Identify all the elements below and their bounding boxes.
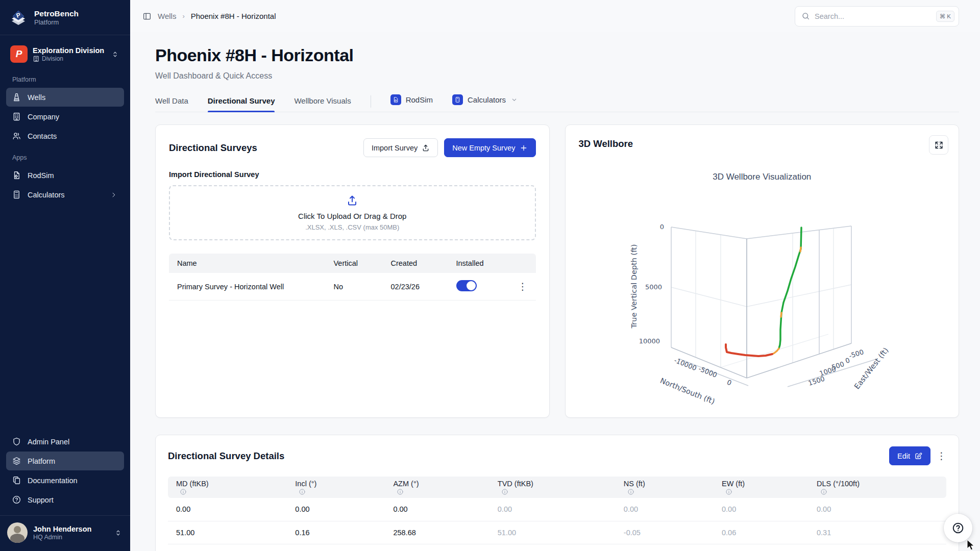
tab-calculators[interactable]: Calculators: [452, 94, 518, 112]
building-icon: [12, 112, 21, 121]
details-body: 0.000.000.000.000.000.000.0051.000.16258…: [168, 498, 946, 551]
tab-well-data[interactable]: Well Data: [155, 96, 188, 112]
details-cell: -0.23: [714, 544, 808, 551]
brand: P PetroBench Platform: [0, 0, 130, 35]
details-cell: 0.00: [489, 498, 616, 521]
details-cell: 0.07: [808, 544, 946, 551]
breadcrumb: Wells › Phoenix #8H - Horizontal: [142, 12, 276, 21]
chevron-up-down-icon: [113, 529, 123, 537]
grid-line-z5000: [671, 285, 851, 307]
nav-section-label: Platform: [0, 68, 130, 87]
upload-dropzone[interactable]: Click To Upload Or Drag & Drop .XLSX, .X…: [169, 185, 536, 240]
tab-group-divider: [371, 95, 371, 108]
details-row: 51.000.16258.6851.00-0.050.060.31: [168, 521, 946, 544]
survey-details-card: Directional Survey Details Edit ⋮ MD (ft…: [155, 435, 959, 551]
tab-rodsim[interactable]: RodSim: [390, 94, 433, 112]
page-title: Phoenix #8H - Horizontal: [155, 45, 959, 65]
sidebar-item-contacts[interactable]: Contacts: [6, 127, 124, 145]
survey-row: Primary Survey - Horizontal Well No 02/2…: [169, 273, 536, 300]
sidebar-item-label: Support: [28, 496, 54, 504]
details-cell: 0.06: [714, 521, 808, 544]
breadcrumb-section[interactable]: Wells: [158, 12, 176, 20]
layers-icon: [12, 456, 21, 466]
new-empty-survey-button[interactable]: New Empty Survey: [444, 138, 535, 157]
chevron-up-down-icon: [110, 51, 120, 58]
wellbore-3d-card: 3D Wellbore 3D Wellbore Visualization: [565, 124, 960, 418]
details-header-row: MD (ftKB)Incl (°)AZM (°)TVD (ftKB)NS (ft…: [168, 477, 946, 498]
calculator-app-icon: [452, 94, 463, 105]
grid-line-floor: [721, 334, 828, 367]
details-cell: 148.00: [489, 544, 616, 551]
sidebar-item-support[interactable]: Support: [6, 490, 124, 509]
info-icon: [180, 488, 187, 495]
details-cell: 0.00: [616, 498, 714, 521]
sidebar-item-rodsim[interactable]: RodSim: [6, 166, 124, 185]
building-small-icon: [33, 55, 40, 62]
fullscreen-button[interactable]: [929, 135, 948, 155]
survey-name: Primary Survey - Horizontal Well: [177, 283, 334, 291]
global-search[interactable]: ⌘ K: [795, 6, 959, 27]
details-cell: -0.05: [616, 521, 714, 544]
tabs: Well Data Directional Survey Wellbore Vi…: [155, 94, 959, 112]
sidebar-item-label: Wells: [28, 93, 45, 102]
sidebar-item-label: Admin Panel: [28, 438, 69, 446]
rodsim-doc-icon: [12, 170, 21, 180]
sidebar-item-platform[interactable]: Platform: [6, 452, 124, 470]
plus-icon: [520, 144, 528, 152]
installed-toggle[interactable]: [456, 280, 477, 291]
sidebar: P PetroBench Platform P Exploration Divi…: [0, 0, 130, 551]
details-cell: 0.00: [714, 498, 808, 521]
edit-button[interactable]: Edit: [889, 446, 930, 465]
details-cell: 0.31: [808, 521, 946, 544]
card-title: Directional Surveys: [169, 142, 257, 154]
help-fab-button[interactable]: [944, 514, 972, 542]
tab-wellbore-visuals[interactable]: Wellbore Visuals: [294, 96, 351, 112]
details-cell: 280.95: [385, 544, 489, 551]
sidebar-item-calculators[interactable]: Calculators: [6, 185, 124, 204]
tab-label: Calculators: [468, 95, 506, 104]
panel-left-icon[interactable]: [142, 12, 152, 21]
org-switcher[interactable]: P Exploration Division Division: [6, 42, 124, 66]
directional-surveys-card: Directional Surveys Import Survey New Em…: [155, 124, 550, 418]
dropzone-hint: .XLSX, .XLS, .CSV (max 50MB): [305, 223, 399, 231]
org-icon: P: [10, 45, 28, 63]
tab-directional-survey[interactable]: Directional Survey: [208, 96, 275, 112]
details-col-header: TVD (ftKB): [489, 477, 616, 498]
row-menu-button[interactable]: ⋮: [518, 281, 528, 292]
sidebar-item-company[interactable]: Company: [6, 107, 124, 126]
z-tick: 5000: [645, 283, 662, 291]
org-name: Exploration Division: [33, 46, 104, 56]
expand-icon: [935, 141, 943, 149]
col-header-installed: Installed: [456, 259, 513, 267]
sidebar-item-label: Calculators: [28, 191, 65, 199]
wellbore-plot[interactable]: 0 5000 10000 True Vertical Depth (ft) -1…: [594, 216, 910, 416]
search-input[interactable]: [815, 12, 932, 20]
dropzone-title: Click To Upload Or Drag & Drop: [298, 212, 406, 220]
sidebar-nav: Platform Wells Company Contacts Apps Rod…: [0, 68, 130, 432]
ew-tick: -500: [848, 348, 865, 360]
card-menu-button[interactable]: ⋮: [937, 451, 946, 461]
z-tick: 0: [659, 223, 664, 231]
user-menu[interactable]: John Henderson HQ Admin: [0, 516, 130, 551]
brand-name: PetroBench: [34, 9, 79, 18]
brand-subtitle: Platform: [34, 18, 79, 26]
sidebar-item-admin-panel[interactable]: Admin Panel: [6, 432, 124, 451]
chevron-down-icon: [510, 96, 518, 104]
info-icon: [397, 488, 404, 495]
details-col-header: EW (ft): [714, 477, 808, 498]
details-cell: 0.00: [808, 498, 946, 521]
sidebar-item-wells[interactable]: Wells: [6, 88, 124, 107]
details-row: 0.000.000.000.000.000.000.00: [168, 498, 946, 521]
import-survey-button[interactable]: Import Survey: [363, 138, 438, 157]
documents-icon: [12, 475, 21, 485]
trajectory-survey-marker-2: [781, 313, 781, 317]
contacts-icon: [12, 131, 21, 141]
card-title: Directional Survey Details: [168, 450, 284, 462]
ns-tick: -10000: [673, 356, 697, 372]
user-name: John Henderson: [33, 524, 91, 534]
sidebar-item-label: Platform: [28, 457, 55, 465]
sidebar-item-label: RodSim: [28, 171, 54, 180]
sidebar-item-documentation[interactable]: Documentation: [6, 471, 124, 490]
details-col-header: NS (ft): [616, 477, 714, 498]
details-table: MD (ftKB)Incl (°)AZM (°)TVD (ftKB)NS (ft…: [168, 477, 946, 551]
